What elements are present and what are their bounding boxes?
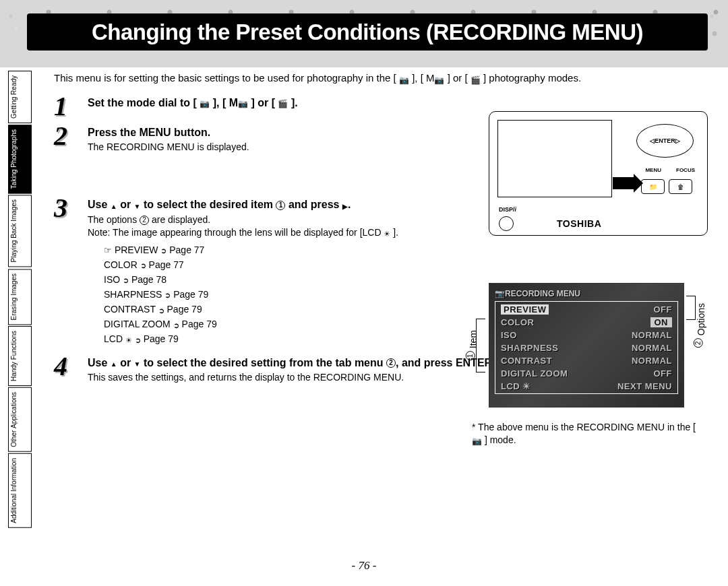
camera-m-icon [434,72,444,86]
menu-footnote: * The above menu is the RECORDING MENU i… [472,421,701,447]
video-icon [471,72,481,86]
tab-erasing-images[interactable]: Erasing Images [8,269,32,325]
menu-row-iso: ISONORMAL [497,329,676,341]
menu-row-sharpness: SHARPNESSNORMAL [497,341,676,354]
tab-handy-functions[interactable]: Handy Functions [8,326,32,386]
circled-1-icon: 1 [276,201,285,210]
down-icon [134,199,141,211]
step-number-1: 1 [54,94,88,119]
menu-row-contrast: CONTRASTNORMAL [497,354,676,367]
menu-row-digital-zoom: DIGITAL ZOOMOFF [497,367,676,380]
pointer-icon [104,243,112,258]
return-icon [160,243,166,258]
return-icon [164,288,171,302]
up-icon [111,199,117,211]
menu-row-lcd: LCD ☀NEXT MENU [497,380,676,393]
return-icon [135,333,141,348]
tab-getting-ready[interactable]: Getting Ready [8,71,32,123]
item-label: 1 Item [466,330,479,360]
brightness-icon [384,227,390,240]
arrow-icon [613,177,636,189]
section-tabs: Getting Ready Taking Photographs Playing… [8,71,32,528]
circled-2-icon: 2 [140,216,149,225]
intro-text: This menu is for setting the basic setti… [54,71,708,86]
disp-label: DISP/i [499,206,516,213]
right-icon [342,199,348,211]
camera-icon [200,97,210,109]
page-title: Changing the Preset Conditions (RECORDIN… [27,13,708,51]
tab-other-applications[interactable]: Other Applications [8,387,32,452]
up-icon [111,357,117,369]
camera-m-icon [238,97,248,109]
camera-icon [399,72,409,86]
page-number: - 76 - [0,559,728,573]
options-label: 2 Options [694,303,706,348]
menu-label: MENU [645,167,661,173]
tab-taking-photographs[interactable]: Taking Photographs [8,125,32,193]
return-icon [173,318,179,333]
step-number-3: 3 [54,196,88,220]
down-icon [134,357,141,369]
recording-menu-screenshot: 📷RECORDING MENU PREVIEWOFF COLORON ISONO… [489,283,684,408]
folder-button: 📁 [641,179,665,194]
trash-button: 🗑 [669,179,692,194]
menu-row-color: COLORON [497,316,676,329]
return-icon [123,273,129,288]
brand-logo: TOSHIBA [557,218,601,229]
camera-lcd [497,120,612,197]
menu-row-preview: PREVIEWOFF [497,303,676,316]
video-icon [278,97,288,109]
camera-illustration: ◁ ENTER ▷ MENU FOCUS 📁 🗑 DISP/i TOSHIBA [489,111,708,236]
disp-button [499,216,514,231]
return-icon [158,303,164,318]
brightness-icon [125,333,132,348]
focus-label: FOCUS [676,167,695,173]
enter-button: ◁ ENTER ▷ [636,124,694,158]
circled-2-icon: 2 [386,358,396,368]
tab-additional-info[interactable]: Additional Information [8,453,32,528]
step-number-4: 4 [54,354,88,379]
step-1-title: Set the mode dial to [ ], [ M ] or [ ]. [88,97,708,110]
menu-header: 📷RECORDING MENU [495,289,678,298]
return-icon [140,258,146,273]
step-number-2: 2 [54,124,88,148]
camera-icon [472,434,482,447]
tab-playing-back[interactable]: Playing Back Images [8,195,32,267]
